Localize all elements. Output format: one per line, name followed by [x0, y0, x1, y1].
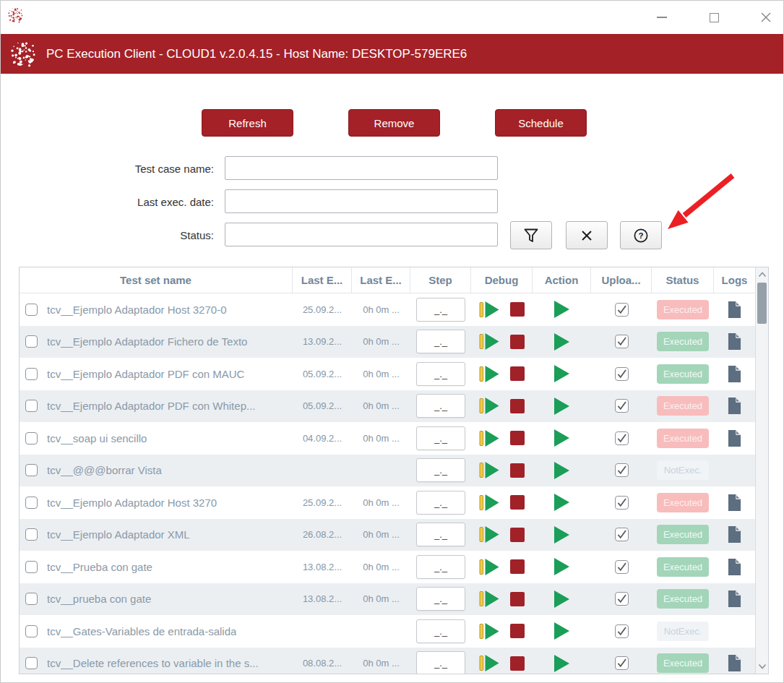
row-select-checkbox[interactable]	[25, 593, 38, 605]
step-input[interactable]	[416, 458, 465, 482]
step-input[interactable]	[416, 587, 465, 611]
logs-icon[interactable]	[728, 398, 741, 414]
upload-checkbox[interactable]	[615, 431, 629, 445]
step-input[interactable]	[416, 426, 465, 450]
upload-checkbox[interactable]	[615, 496, 629, 510]
stop-button[interactable]	[510, 335, 525, 349]
clear-filter-button[interactable]	[566, 221, 608, 249]
row-select-checkbox[interactable]	[25, 625, 38, 637]
row-select-checkbox[interactable]	[25, 400, 38, 412]
minimize-button[interactable]	[655, 10, 669, 25]
col-test-set-name[interactable]: Test set name	[20, 267, 293, 293]
row-select-checkbox[interactable]	[25, 464, 38, 476]
run-button[interactable]	[554, 365, 570, 382]
row-select-checkbox[interactable]	[25, 432, 38, 444]
row-select-checkbox[interactable]	[25, 528, 38, 541]
run-button[interactable]	[554, 301, 570, 318]
row-select-checkbox[interactable]	[25, 561, 38, 573]
test-case-name-input[interactable]	[225, 156, 498, 180]
upload-checkbox[interactable]	[615, 624, 629, 638]
refresh-button[interactable]: Refresh	[202, 109, 293, 137]
step-input[interactable]	[416, 491, 465, 515]
col-logs[interactable]: Logs	[714, 267, 755, 293]
apply-filter-button[interactable]	[510, 221, 552, 249]
logs-icon[interactable]	[728, 301, 741, 318]
row-select-checkbox[interactable]	[25, 304, 38, 316]
run-button[interactable]	[554, 333, 570, 351]
debug-run-button[interactable]	[479, 366, 500, 382]
upload-checkbox[interactable]	[615, 399, 629, 413]
stop-button[interactable]	[510, 463, 525, 478]
stop-button[interactable]	[510, 431, 525, 445]
scroll-up-button[interactable]	[756, 268, 768, 281]
run-button[interactable]	[554, 462, 570, 479]
debug-run-button[interactable]	[479, 590, 500, 607]
upload-checkbox[interactable]	[615, 335, 629, 348]
row-select-checkbox[interactable]	[25, 335, 38, 348]
logs-icon[interactable]	[728, 333, 741, 350]
col-action[interactable]: Action	[533, 267, 591, 293]
logs-icon[interactable]	[728, 655, 741, 671]
col-last-exec-date[interactable]: Last E...	[293, 267, 352, 293]
logs-icon[interactable]	[728, 526, 741, 543]
upload-checkbox[interactable]	[615, 463, 629, 477]
help-button[interactable]: ?	[620, 221, 662, 249]
remove-button[interactable]: Remove	[348, 109, 440, 137]
debug-run-button[interactable]	[479, 494, 500, 511]
stop-button[interactable]	[510, 366, 525, 381]
upload-checkbox[interactable]	[615, 592, 629, 606]
row-select-checkbox[interactable]	[25, 368, 38, 380]
run-button[interactable]	[554, 622, 570, 640]
logs-icon[interactable]	[728, 494, 741, 511]
stop-button[interactable]	[510, 559, 525, 574]
debug-run-button[interactable]	[479, 623, 500, 640]
upload-checkbox[interactable]	[615, 528, 629, 541]
col-debug[interactable]: Debug	[471, 267, 533, 293]
debug-run-button[interactable]	[479, 301, 500, 318]
step-input[interactable]	[416, 619, 465, 643]
logs-icon[interactable]	[728, 559, 741, 575]
run-button[interactable]	[554, 398, 570, 415]
upload-checkbox[interactable]	[615, 656, 629, 670]
close-button[interactable]	[759, 10, 773, 25]
stop-button[interactable]	[510, 624, 525, 638]
run-button[interactable]	[554, 655, 570, 672]
status-input[interactable]	[225, 223, 498, 246]
step-input[interactable]	[416, 362, 465, 386]
debug-run-button[interactable]	[479, 462, 500, 478]
schedule-button[interactable]: Schedule	[495, 109, 587, 137]
logs-icon[interactable]	[728, 430, 741, 447]
stop-button[interactable]	[510, 656, 525, 671]
stop-button[interactable]	[510, 528, 525, 542]
vertical-scrollbar[interactable]	[755, 267, 768, 674]
row-select-checkbox[interactable]	[25, 657, 38, 669]
step-input[interactable]	[416, 330, 465, 353]
run-button[interactable]	[554, 590, 570, 608]
upload-checkbox[interactable]	[615, 303, 629, 317]
debug-run-button[interactable]	[479, 398, 500, 414]
run-button[interactable]	[554, 526, 570, 544]
debug-run-button[interactable]	[479, 430, 500, 447]
col-status[interactable]: Status	[652, 267, 714, 293]
step-input[interactable]	[416, 555, 465, 579]
debug-run-button[interactable]	[479, 559, 500, 575]
debug-run-button[interactable]	[479, 333, 500, 350]
debug-run-button[interactable]	[479, 655, 500, 671]
col-step[interactable]: Step	[410, 267, 471, 293]
upload-checkbox[interactable]	[615, 560, 629, 574]
run-button[interactable]	[554, 429, 570, 447]
scroll-down-button[interactable]	[756, 660, 768, 673]
logs-icon[interactable]	[728, 590, 741, 607]
stop-button[interactable]	[510, 302, 525, 317]
step-input[interactable]	[416, 523, 465, 546]
upload-checkbox[interactable]	[615, 367, 629, 381]
scrollbar-thumb[interactable]	[757, 283, 767, 324]
debug-run-button[interactable]	[479, 526, 500, 543]
last-exec-date-input[interactable]	[225, 189, 498, 213]
step-input[interactable]	[416, 394, 465, 418]
run-button[interactable]	[554, 494, 570, 511]
run-button[interactable]	[554, 558, 570, 575]
step-input[interactable]	[416, 298, 465, 322]
stop-button[interactable]	[510, 592, 525, 606]
col-upload[interactable]: Uploa...	[591, 267, 652, 293]
